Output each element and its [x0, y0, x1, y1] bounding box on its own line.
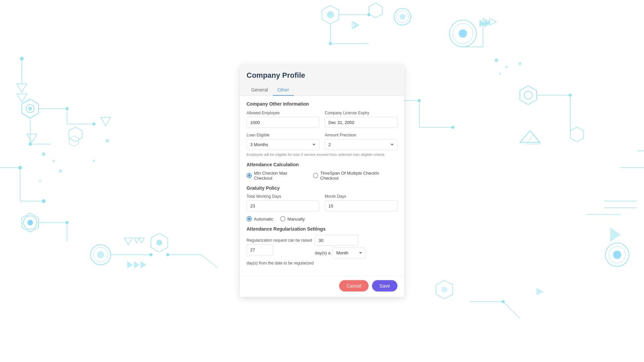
radio-label-min-checkin: Min Checkin Max Checkout [254, 171, 306, 181]
cancel-button[interactable]: Cancel [339, 280, 369, 292]
svg-point-38 [150, 253, 152, 256]
svg-line-37 [201, 255, 218, 268]
svg-marker-94 [485, 20, 490, 27]
svg-point-49 [59, 170, 62, 172]
reg-days-a-label: day(s) a [315, 250, 330, 255]
svg-point-47 [42, 153, 45, 156]
label-allowed-employee: Allowed Employee [247, 111, 319, 115]
svg-point-34 [97, 251, 104, 258]
row-loan-precision: Loan Eligible 3 Months 1 Month 2 Months … [247, 133, 397, 150]
svg-marker-27 [151, 233, 168, 252]
input-license-expiry[interactable] [325, 117, 397, 128]
svg-marker-93 [480, 20, 485, 27]
select-amount-precision[interactable]: 2 0 1 3 4 [325, 139, 397, 150]
svg-point-81 [569, 94, 572, 97]
svg-point-20 [42, 199, 45, 203]
section-gratuity: Gratuity Policy Total Working Days Month… [247, 185, 397, 222]
svg-marker-5 [69, 136, 79, 146]
radio-btn-manually[interactable] [280, 216, 285, 222]
svg-marker-45 [17, 84, 27, 92]
svg-marker-14 [27, 134, 37, 142]
radio-btn-automatic[interactable] [247, 216, 252, 222]
svg-marker-41 [134, 261, 139, 268]
reg-raise-label: Regularization request can be raised [247, 238, 312, 243]
svg-marker-106 [436, 280, 453, 299]
svg-point-48 [53, 160, 55, 162]
modal-body: Company Other Information Allowed Employ… [240, 96, 404, 276]
svg-point-57 [396, 11, 409, 23]
svg-point-104 [502, 300, 504, 303]
svg-point-89 [495, 59, 498, 62]
svg-point-13 [29, 143, 32, 145]
svg-point-58 [400, 14, 405, 19]
group-license-expiry: Company License Expiry [325, 111, 397, 128]
input-month-days[interactable] [325, 200, 397, 212]
radio-timespan[interactable]: TimeSpan Of Multiple CheckIn Checkout [313, 171, 397, 181]
radio-manually[interactable]: Manually [280, 216, 305, 222]
reg-right-part: day(s) a Month Day Week Year [315, 235, 366, 258]
svg-point-33 [93, 247, 108, 262]
svg-point-32 [91, 245, 111, 265]
svg-point-23 [28, 220, 33, 225]
tab-other[interactable]: Other [273, 84, 294, 96]
gratuity-title: Gratuity Policy [247, 185, 397, 191]
svg-marker-55 [369, 3, 382, 18]
svg-marker-68 [352, 22, 359, 28]
radio-btn-timespan[interactable] [313, 173, 318, 178]
svg-point-91 [519, 62, 521, 65]
reg-days-label-below: day(s) from the date to be regularized [247, 260, 397, 266]
group-loan-eligible: Loan Eligible 3 Months 1 Month 2 Months … [247, 133, 319, 150]
section-other-info: Company Other Information Allowed Employ… [247, 101, 397, 157]
svg-marker-40 [127, 261, 132, 268]
radio-min-checkin[interactable]: Min Checkin Max Checkout [247, 171, 306, 181]
svg-point-19 [18, 166, 22, 169]
svg-point-2 [26, 105, 34, 113]
input-allowed-employee[interactable] [247, 117, 319, 128]
svg-marker-4 [69, 127, 82, 142]
section-attendance-calc: Attendance Calculation Min Checkin Max C… [247, 162, 397, 181]
gratuity-radio-group: Automatic Manually [247, 216, 397, 222]
group-amount-precision: Amount Precision 2 0 1 3 4 [325, 133, 397, 150]
radio-automatic[interactable]: Automatic [247, 216, 273, 222]
input-reg-number[interactable] [315, 235, 358, 246]
svg-marker-46 [17, 94, 27, 102]
tab-general[interactable]: General [247, 84, 273, 96]
select-reg-unit[interactable]: Month Day Week Year [332, 247, 366, 258]
section-other-info-title: Company Other Information [247, 101, 397, 107]
svg-point-99 [451, 126, 454, 129]
regularization-title: Attendance Regularization Settings [247, 226, 397, 232]
select-loan-eligible[interactable]: 3 Months 1 Month 2 Months 6 Months 1 Yea… [247, 139, 319, 150]
label-month-days: Month Days [325, 194, 397, 199]
svg-marker-21 [22, 213, 39, 232]
group-month-days: Month Days [325, 194, 397, 212]
svg-marker-77 [520, 131, 540, 142]
label-total-working-days: Total Working Days [247, 194, 319, 199]
reg-label-part1: Regularization request can be raised [247, 238, 312, 255]
save-button[interactable]: Save [372, 280, 397, 292]
group-total-working-days: Total Working Days [247, 194, 319, 212]
svg-point-10 [93, 123, 95, 125]
svg-point-56 [394, 8, 411, 25]
attendance-calc-title: Attendance Calculation [247, 162, 397, 167]
company-profile-modal: Company Profile General Other Company Ot… [240, 65, 404, 297]
svg-point-75 [524, 91, 532, 99]
svg-point-90 [505, 66, 507, 68]
label-license-expiry: Company License Expiry [325, 111, 397, 115]
svg-marker-85 [610, 228, 621, 241]
input-reg-days[interactable] [247, 244, 273, 255]
svg-marker-78 [527, 134, 540, 144]
modal-title: Company Profile [247, 71, 397, 80]
svg-point-98 [418, 99, 421, 102]
svg-marker-105 [537, 288, 543, 295]
modal-footer: Cancel Save [240, 276, 404, 297]
svg-marker-69 [354, 22, 357, 28]
svg-point-67 [368, 13, 370, 16]
svg-point-86 [605, 243, 629, 266]
svg-point-64 [329, 42, 332, 45]
tab-bar: General Other [240, 84, 404, 96]
input-total-working-days[interactable] [247, 200, 319, 212]
svg-marker-31 [139, 238, 144, 243]
svg-point-44 [20, 57, 23, 60]
radio-label-timespan: TimeSpan Of Multiple CheckIn Checkout [320, 171, 397, 181]
radio-btn-min-checkin[interactable] [247, 173, 252, 178]
